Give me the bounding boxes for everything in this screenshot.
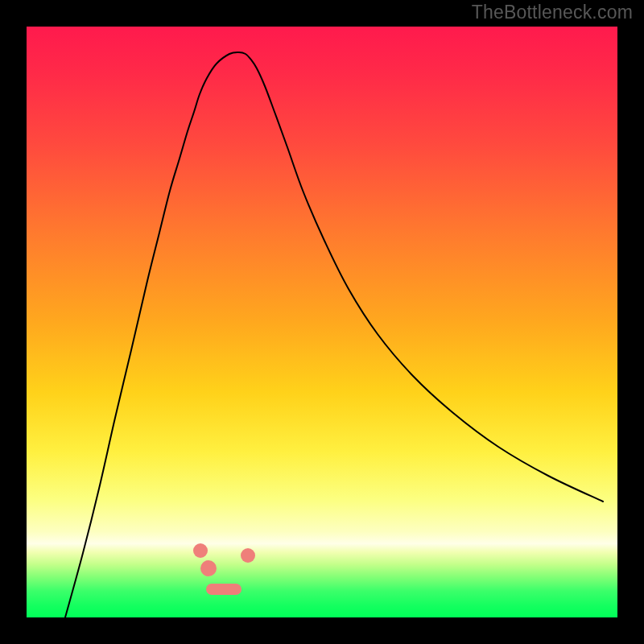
watermark-text: TheBottleneck.com [472,2,633,23]
chart-stage: TheBottleneck.com [0,0,644,644]
plot-area [27,27,617,617]
